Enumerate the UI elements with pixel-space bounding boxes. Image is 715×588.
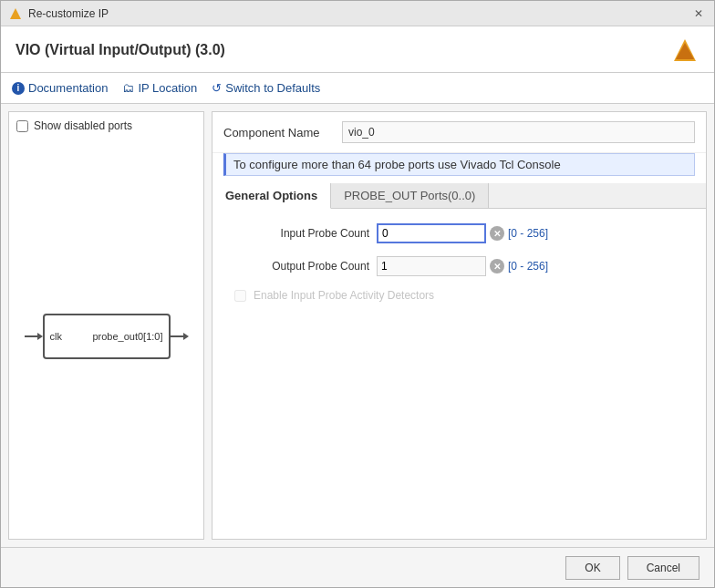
show-disabled-ports-checkbox[interactable] (16, 120, 28, 132)
cancel-button[interactable]: Cancel (627, 556, 699, 580)
right-panel: Component Name To configure more than 64… (212, 111, 707, 540)
input-probe-count-row: Input Probe Count ✕ [0 - 256] (223, 223, 695, 243)
info-banner: To configure more than 64 probe ports us… (223, 153, 695, 176)
component-name-row: Component Name (212, 112, 706, 153)
probe-out-port-label: probe_out0[1:0] (92, 331, 162, 342)
enable-activity-checkbox[interactable] (234, 290, 246, 302)
left-panel: Show disabled ports clk (8, 111, 204, 540)
svg-marker-2 (676, 43, 694, 59)
clk-port-label: clk (50, 331, 62, 342)
left-arrowhead (37, 333, 43, 340)
port-left: clk (50, 331, 62, 342)
enable-activity-label: Enable Input Probe Activity Detectors (254, 289, 434, 302)
show-disabled-ports-label[interactable]: Show disabled ports (34, 119, 132, 132)
tabs-container: General Options PROBE_OUT Ports(0..0) (212, 183, 706, 209)
info-banner-text: To configure more than 64 probe ports us… (233, 158, 561, 171)
folder-icon: 🗂 (122, 81, 134, 95)
tab-content-general: Input Probe Count ✕ [0 - 256] Output Pro… (212, 209, 706, 539)
tab-general-options-label: General Options (225, 189, 317, 202)
svg-marker-0 (10, 8, 21, 19)
component-name-label: Component Name (223, 126, 333, 139)
right-line (171, 335, 183, 337)
tab-probe-out-ports-label: PROBE_OUT Ports(0..0) (344, 189, 475, 202)
title-bar: Re-customize IP ✕ (1, 1, 714, 26)
header: VIO (Virtual Input/Output) (3.0) (1, 26, 714, 73)
output-probe-count-wrapper: ✕ [0 - 256] (377, 256, 548, 276)
right-arrowhead (183, 333, 189, 340)
app-icon (8, 6, 23, 21)
switch-defaults-link[interactable]: ↺ Switch to Defaults (212, 81, 320, 95)
dialog-title: VIO (Virtual Input/Output) (3.0) (16, 42, 225, 58)
component-name-input[interactable] (342, 121, 695, 143)
ok-button[interactable]: OK (565, 556, 619, 580)
footer: OK Cancel (1, 547, 714, 587)
dialog: Re-customize IP ✕ VIO (Virtual Input/Out… (0, 0, 715, 588)
right-connector (171, 333, 189, 340)
output-probe-count-input[interactable] (377, 256, 486, 276)
tab-probe-out-ports[interactable]: PROBE_OUT Ports(0..0) (331, 183, 489, 208)
output-probe-count-row: Output Probe Count ✕ [0 - 256] (223, 256, 695, 276)
location-label: IP Location (138, 81, 197, 95)
show-ports-row: Show disabled ports (16, 119, 196, 132)
ip-block: clk probe_out0[1:0] (43, 314, 171, 359)
input-probe-count-wrapper: ✕ [0 - 256] (377, 223, 548, 243)
documentation-link[interactable]: i Documentation (12, 81, 108, 95)
left-connector (25, 333, 43, 340)
diagram-area: clk probe_out0[1:0] (16, 141, 196, 531)
title-bar-left: Re-customize IP (8, 6, 109, 21)
input-probe-count-range: [0 - 256] (508, 227, 548, 240)
output-probe-count-label: Output Probe Count (223, 260, 369, 273)
ip-block-wrapper: clk probe_out0[1:0] (25, 314, 189, 359)
output-probe-count-range: [0 - 256] (508, 260, 548, 273)
enable-activity-row: Enable Input Probe Activity Detectors (234, 289, 695, 302)
ip-location-link[interactable]: 🗂 IP Location (122, 81, 197, 95)
vivado-logo (670, 36, 699, 65)
left-line (25, 335, 37, 337)
input-probe-count-label: Input Probe Count (223, 227, 369, 240)
input-probe-count-clear-button[interactable]: ✕ (490, 226, 504, 241)
title-bar-title: Re-customize IP (28, 7, 109, 20)
port-right: probe_out0[1:0] (92, 331, 162, 342)
info-icon: i (12, 82, 25, 95)
switch-defaults-label: Switch to Defaults (225, 81, 320, 95)
main-content: Show disabled ports clk (1, 104, 714, 547)
documentation-label: Documentation (28, 81, 108, 95)
toolbar: i Documentation 🗂 IP Location ↺ Switch t… (1, 73, 714, 104)
input-probe-count-input[interactable] (377, 223, 486, 243)
output-probe-count-clear-button[interactable]: ✕ (490, 259, 504, 273)
tab-general-options[interactable]: General Options (212, 183, 331, 209)
close-button[interactable]: ✕ (690, 5, 707, 22)
refresh-icon: ↺ (212, 81, 222, 95)
